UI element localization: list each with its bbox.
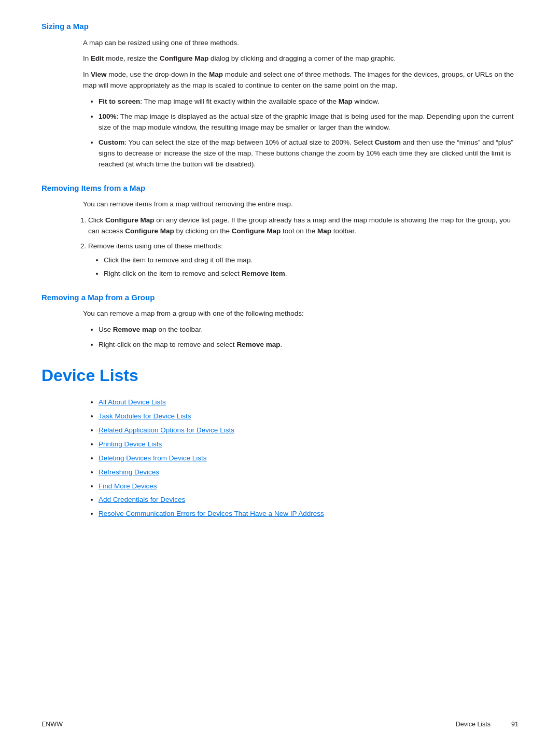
footer-left: ENWW (41, 720, 63, 729)
configure-map-step1-bold3: Configure Map (232, 227, 281, 235)
link-item-all-about: All About Device Lists (99, 397, 519, 408)
link-related-app-options[interactable]: Related Application Options for Device L… (99, 426, 234, 434)
page-container: Sizing a Map A map can be resized using … (0, 0, 560, 745)
link-add-credentials[interactable]: Add Credentials for Devices (99, 496, 185, 503)
removing-items-steps: Click Configure Map on any device list p… (88, 215, 519, 279)
removing-map-group-bullets: Use Remove map on the toolbar. Right-cli… (99, 325, 519, 350)
footer-right: Device Lists 91 (456, 720, 519, 729)
removing-step-1: Click Configure Map on any device list p… (88, 215, 519, 237)
configure-map-step1-bold: Configure Map (105, 216, 155, 224)
sizing-map-para2: In Edit mode, resize the Configure Map d… (83, 53, 519, 64)
remove-item-bold: Remove item (242, 270, 285, 277)
configure-map-bold: Configure Map (160, 54, 209, 62)
sizing-map-para1: A map can be resized using one of three … (83, 38, 519, 49)
removing-items-heading: Removing Items from a Map (41, 182, 519, 194)
link-item-related-app: Related Application Options for Device L… (99, 425, 519, 436)
sizing-map-heading: Sizing a Map (41, 21, 519, 33)
view-bold: View (91, 71, 107, 78)
page-footer: ENWW Device Lists 91 (41, 720, 519, 729)
device-lists-heading: Device Lists (41, 363, 519, 388)
remove-map-bold: Remove map (113, 326, 157, 333)
map-bold: Map (209, 71, 223, 78)
link-item-printing: Printing Device Lists (99, 439, 519, 450)
link-deleting-devices[interactable]: Deleting Devices from Device Lists (99, 454, 207, 462)
link-refreshing-devices[interactable]: Refreshing Devices (99, 468, 159, 476)
bullet-right-click-remove-map: Right-click on the map to remove and sel… (99, 340, 519, 350)
link-item-find-more: Find More Devices (99, 481, 519, 492)
link-item-add-credentials: Add Credentials for Devices (99, 495, 519, 505)
sizing-map-section: Sizing a Map A map can be resized using … (41, 21, 519, 170)
bullet-fit-to-screen: Fit to screen: The map image will fit ex… (99, 96, 519, 107)
bullet-use-remove-map: Use Remove map on the toolbar. (99, 325, 519, 335)
sub-bullet-right-click: Right-click on the item to remove and se… (104, 269, 519, 279)
configure-map-step1-bold2: Configure Map (125, 227, 174, 235)
fit-to-screen-bold: Fit to screen (99, 97, 140, 105)
sub-bullet-drag: Click the item to remove and drag it off… (104, 255, 519, 266)
link-find-more-devices[interactable]: Find More Devices (99, 482, 157, 490)
link-item-refreshing: Refreshing Devices (99, 467, 519, 478)
link-resolve-communication-errors[interactable]: Resolve Communication Errors for Devices… (99, 510, 324, 517)
footer-page-number: 91 (511, 720, 519, 729)
sizing-map-bullets: Fit to screen: The map image will fit ex… (99, 96, 519, 170)
link-item-task-modules: Task Modules for Device Lists (99, 411, 519, 422)
hundred-percent-bold: 100% (99, 113, 117, 120)
custom-bold: Custom (99, 138, 124, 146)
sizing-map-para3: In View mode, use the drop-down in the M… (83, 69, 519, 91)
removing-sub-bullets: Click the item to remove and drag it off… (104, 255, 519, 279)
edit-bold: Edit (91, 54, 104, 62)
map-toolbar-bold: Map (317, 227, 331, 235)
removing-map-group-para1: You can remove a map from a group with o… (83, 308, 519, 319)
link-item-deleting: Deleting Devices from Device Lists (99, 453, 519, 464)
link-all-about-device-lists[interactable]: All About Device Lists (99, 398, 166, 406)
removing-map-group-section: Removing a Map from a Group You can remo… (41, 292, 519, 350)
removing-items-section: Removing Items from a Map You can remove… (41, 182, 519, 279)
removing-step-2: Remove items using one of these methods:… (88, 241, 519, 279)
removing-map-group-heading: Removing a Map from a Group (41, 292, 519, 304)
device-lists-link-list: All About Device Lists Task Modules for … (99, 397, 519, 519)
map-window-bold: Map (339, 97, 353, 105)
remove-map-bold2: Remove map (236, 341, 280, 348)
link-item-resolve-comm: Resolve Communication Errors for Devices… (99, 509, 519, 519)
link-printing-device-lists[interactable]: Printing Device Lists (99, 440, 162, 448)
link-task-modules[interactable]: Task Modules for Device Lists (99, 412, 191, 420)
bullet-100-percent: 100%: The map image is displayed as the … (99, 111, 519, 133)
device-lists-section: Device Lists All About Device Lists Task… (41, 363, 519, 519)
custom-select-bold: Custom (375, 138, 401, 146)
footer-section-label: Device Lists (456, 720, 491, 729)
removing-items-para1: You can remove items from a map without … (83, 199, 519, 210)
bullet-custom: Custom: You can select the size of the m… (99, 137, 519, 170)
